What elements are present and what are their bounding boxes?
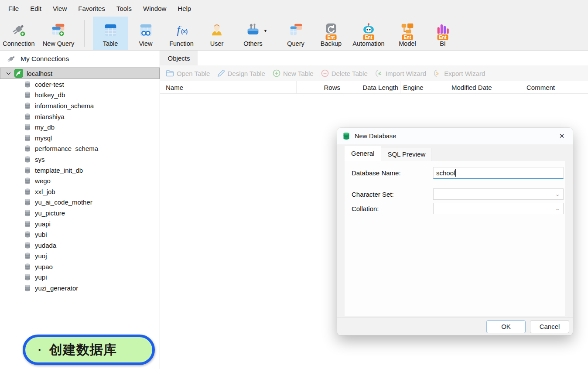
- menu-item-edit[interactable]: Edit: [24, 5, 47, 12]
- column-header-comment[interactable]: Comment: [524, 81, 588, 93]
- my-connections-header[interactable]: My Connections: [0, 51, 160, 68]
- db-item-label: yupao: [35, 263, 53, 270]
- design-table-button[interactable]: Design Table: [217, 70, 265, 77]
- model-button[interactable]: Ent Model: [389, 17, 426, 50]
- ok-button[interactable]: OK: [486, 320, 526, 333]
- column-header-data-length[interactable]: Data Length: [345, 81, 400, 93]
- automation-icon: Ent: [360, 21, 377, 39]
- table-list-header: Name Rows Data Length Engine Modified Da…: [160, 81, 588, 94]
- sidebar-db-item[interactable]: yuoj: [0, 251, 160, 262]
- sidebar-db-item[interactable]: my_db: [0, 122, 160, 133]
- view-button[interactable]: View: [128, 17, 164, 50]
- column-header-name[interactable]: Name: [160, 81, 297, 93]
- function-button[interactable]: f (x) Function: [164, 17, 199, 50]
- new-table-button[interactable]: New Table: [273, 69, 314, 77]
- database-icon: [24, 263, 31, 270]
- dialog-tab-bar: General SQL Preview: [337, 145, 573, 161]
- annotation-bullet: ·: [38, 343, 42, 357]
- chevron-down-icon: ⌄: [555, 206, 560, 211]
- sidebar-db-item[interactable]: wego: [0, 175, 160, 186]
- sidebar-db-item[interactable]: performance_schema: [0, 144, 160, 154]
- sidebar-db-item[interactable]: yuzi_generator: [0, 283, 160, 294]
- sidebar-db-item[interactable]: mysql: [0, 133, 160, 144]
- menu-item-file[interactable]: File: [3, 5, 24, 12]
- sidebar-db-item[interactable]: hotkey_db: [0, 90, 160, 101]
- sidebar-db-item[interactable]: yupi: [0, 272, 160, 283]
- menu-item-tools[interactable]: Tools: [111, 5, 137, 12]
- database-name-input[interactable]: school: [433, 167, 564, 179]
- db-item-label: my_db: [35, 123, 55, 131]
- tab-objects[interactable]: Objects: [160, 51, 198, 65]
- backup-button[interactable]: Ent Backup: [314, 17, 349, 50]
- function-icon: f (x): [173, 21, 190, 39]
- sidebar-db-item[interactable]: coder-test: [0, 79, 160, 90]
- column-header-engine[interactable]: Engine: [400, 81, 449, 93]
- database-icon: [24, 274, 31, 280]
- export-wizard-button[interactable]: Export Wizard: [434, 69, 485, 77]
- automation-button[interactable]: Ent Automation: [349, 17, 389, 50]
- bi-icon: Ent: [434, 21, 451, 39]
- sidebar-db-item[interactable]: yupao: [0, 261, 160, 272]
- others-dropdown-icon[interactable]: ▼: [263, 29, 267, 33]
- new-query-icon: [50, 21, 67, 39]
- column-header-rows[interactable]: Rows: [297, 81, 345, 93]
- database-icon: [24, 124, 31, 130]
- db-item-label: yupi: [35, 273, 47, 281]
- toolbar-button-label: Table: [103, 40, 118, 47]
- query-button[interactable]: Query: [278, 17, 314, 50]
- bi-button[interactable]: Ent BI: [426, 17, 459, 50]
- chevron-down-icon[interactable]: [6, 72, 11, 75]
- sidebar-db-item[interactable]: sys: [0, 154, 160, 165]
- cancel-button[interactable]: Cancel: [530, 320, 569, 333]
- connection-button[interactable]: Connection: [0, 17, 38, 50]
- menu-item-help[interactable]: Help: [172, 5, 197, 12]
- close-icon[interactable]: ✕: [557, 131, 567, 141]
- tab-sql-preview[interactable]: SQL Preview: [381, 148, 432, 161]
- text-caret: [455, 169, 456, 177]
- import-wizard-button[interactable]: Import Wizard: [375, 69, 426, 77]
- backup-icon: Ent: [322, 21, 340, 39]
- sidebar-db-item[interactable]: yu_ai_code_mother: [0, 197, 160, 208]
- sidebar-db-item[interactable]: xxl_job: [0, 186, 160, 197]
- delete-table-button[interactable]: Delete Table: [321, 69, 368, 77]
- collation-select[interactable]: ⌄: [433, 203, 564, 214]
- column-header-modified-date[interactable]: Modified Date: [449, 81, 524, 93]
- others-button[interactable]: ▼ Others: [234, 17, 272, 50]
- database-icon: [24, 135, 31, 141]
- menu-bar: File Edit View Favorites Tools Window He…: [0, 0, 588, 17]
- db-item-label: hotkey_db: [35, 91, 65, 99]
- table-actions-toolbar: Open Table Design Table New Table: [160, 65, 588, 81]
- open-table-button[interactable]: Open Table: [166, 70, 210, 77]
- dialog-footer: OK Cancel: [337, 317, 573, 335]
- menu-item-view[interactable]: View: [47, 5, 72, 12]
- sidebar-db-item[interactable]: mianshiya: [0, 111, 160, 122]
- tab-general[interactable]: General: [345, 146, 381, 161]
- toolbar-button-label: Backup: [321, 40, 342, 47]
- minus-circle-icon: [321, 69, 329, 77]
- database-name-value: school: [436, 169, 455, 177]
- sidebar-db-item[interactable]: yu_picture: [0, 208, 160, 219]
- dialog-title-bar[interactable]: New Database ✕: [337, 128, 573, 144]
- db-item-label: yuapi: [35, 220, 51, 228]
- new-query-button[interactable]: New Query: [38, 17, 79, 50]
- sidebar-db-item[interactable]: template_init_db: [0, 165, 160, 176]
- db-item-label: template_init_db: [35, 167, 83, 174]
- sidebar-db-item[interactable]: yuapi: [0, 219, 160, 229]
- sidebar-db-item[interactable]: information_schema: [0, 100, 160, 111]
- table-icon: [102, 21, 119, 39]
- table-button[interactable]: Table: [93, 17, 128, 50]
- character-set-select[interactable]: ⌄: [433, 188, 564, 200]
- others-icon: ▼: [244, 21, 262, 39]
- db-item-label: xxl_job: [35, 188, 55, 195]
- toolbar-button-label: Function: [169, 40, 194, 47]
- sidebar-db-item[interactable]: yudada: [0, 240, 160, 251]
- user-button[interactable]: User: [199, 17, 234, 50]
- create-database-annotation: · 创建数据库: [23, 335, 155, 365]
- sidebar-connection-localhost[interactable]: localhost: [0, 68, 160, 79]
- sidebar-db-item[interactable]: yubi: [0, 229, 160, 240]
- menu-item-window[interactable]: Window: [137, 5, 172, 12]
- connections-sidebar: My Connections localhost: [0, 51, 160, 369]
- database-icon: [24, 221, 31, 227]
- query-icon: [287, 21, 304, 39]
- menu-item-favorites[interactable]: Favorites: [72, 5, 111, 12]
